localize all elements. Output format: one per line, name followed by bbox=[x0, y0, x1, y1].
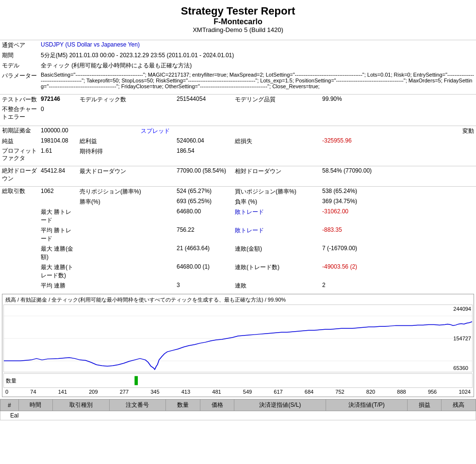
total-trades-label: 総取引数 bbox=[0, 187, 39, 197]
max-consec-loss-value: 7 (-16709.00) bbox=[320, 244, 476, 262]
col-time: 時間 bbox=[18, 400, 53, 411]
gross-profit-label: 総利益 bbox=[78, 136, 175, 146]
loss-rate-value: 369 (34.75%) bbox=[320, 197, 476, 207]
max-consec-win-label: 最大 連勝(金額) bbox=[39, 244, 78, 262]
avg-loss-label: 敗トレード bbox=[233, 225, 320, 244]
x-axis-labels: 0 74 141 209 277 345 413 481 549 617 684… bbox=[3, 388, 473, 396]
max-drawdown-value: 77090.00 (58.54%) bbox=[175, 166, 233, 184]
loss-rate-label: 負率 (%) bbox=[233, 197, 320, 207]
expected-payoff-value: 186.54 bbox=[175, 146, 233, 163]
max-consec-loss2-label: 連敗(トレード数) bbox=[233, 262, 320, 281]
profit-row: 純益 198104.08 総利益 524060.04 総損失 -325955.9… bbox=[0, 136, 476, 146]
volume-wrapper: 数量 bbox=[3, 373, 473, 388]
net-profit-label: 純益 bbox=[0, 136, 39, 146]
currency-pair-row: 通貨ペア USDJPY (US Dollar vs Japanese Yen) bbox=[0, 40, 476, 51]
drawdown-row: 絶対ドローダウン 45412.84 最大ドローダウン 77090.00 (58.… bbox=[0, 166, 476, 184]
sell-pos-label: 売りポジション(勝率%) bbox=[78, 187, 175, 197]
col-sl: 決済逆指値(S/L) bbox=[234, 400, 326, 411]
stats-table: テストバー数 972146 モデルティック数 251544054 モデリング品質… bbox=[0, 94, 476, 291]
gross-profit-value: 524060.04 bbox=[175, 136, 233, 146]
max-consec-profit-value: 64680.00 (1) bbox=[175, 262, 233, 281]
avg-loss-value: -883.35 bbox=[320, 225, 476, 244]
max-consec-profit-label: 最大 連勝(トレード数) bbox=[39, 262, 78, 281]
avg-consec-loss-value: 2 bbox=[320, 281, 476, 291]
report-header: Strategy Tester Report F-Montecarlo XMTr… bbox=[0, 0, 476, 36]
volume-chart-svg bbox=[4, 374, 472, 387]
max-consec-loss2-value: -49003.56 (2) bbox=[320, 262, 476, 281]
period-value: 5分足(M5) 2011.01.03 00:00 - 2023.12.29 23… bbox=[39, 50, 476, 61]
col-tp: 決済指値(T/P) bbox=[326, 400, 407, 411]
model-value: 全ティック (利用可能な最小時間枠による最も正確な方法) bbox=[39, 61, 476, 71]
footer-row: Eal bbox=[0, 411, 476, 420]
info-table: 通貨ペア USDJPY (US Dollar vs Japanese Yen) … bbox=[0, 40, 476, 90]
buy-pos-value: 538 (65.24%) bbox=[320, 187, 476, 197]
modeling-quality-value: 99.90% bbox=[320, 95, 476, 105]
rel-drawdown-label: 相対ドローダウン bbox=[233, 166, 320, 184]
col-hash: # bbox=[0, 400, 19, 411]
chart-container: 残高 / 有効証拠金 / 全ティック(利用可能な最小時間枠を使いすべてのティック… bbox=[2, 294, 474, 397]
avg-consec-win-value: 3 bbox=[175, 281, 233, 291]
consec-amount-row: 最大 連勝(金額) 21 (4663.64) 連敗(金額) 7 (-16709.… bbox=[0, 244, 476, 262]
avg-consec-loss-label: 連敗 bbox=[233, 281, 320, 291]
max-consec-loss-label: 連敗(金額) bbox=[233, 244, 320, 262]
avg-trade-row: 平均 勝トレード 756.22 敗トレード -883.35 bbox=[0, 225, 476, 244]
spread-label: スプレッド bbox=[78, 126, 233, 136]
max-consec-win-value: 21 (4663.64) bbox=[175, 244, 233, 262]
gross-loss-label: 総損失 bbox=[233, 136, 320, 146]
model-row: モデル 全ティック (利用可能な最小時間枠による最も正確な方法) bbox=[0, 61, 476, 71]
currency-pair-value: USDJPY (US Dollar vs Japanese Yen) bbox=[39, 40, 476, 51]
avg-win-label: 平均 勝トレード bbox=[39, 225, 78, 244]
volume-label: 数量 bbox=[6, 377, 16, 384]
params-value: BasicSetting="--------------------------… bbox=[39, 71, 476, 90]
main-chart-wrapper: 244094 154727 65360 bbox=[3, 304, 473, 372]
period-row: 期間 5分足(M5) 2011.01.03 00:00 - 2023.12.29… bbox=[0, 50, 476, 61]
report-build: XMTrading-Demo 5 (Build 1420) bbox=[0, 26, 476, 33]
expected-payoff-label: 期待利得 bbox=[78, 146, 175, 163]
chart-y-labels: 244094 154727 65360 bbox=[453, 305, 471, 372]
y-label-low: 65360 bbox=[453, 365, 471, 371]
total-trades-value: 1062 bbox=[39, 187, 78, 197]
bottom-table-header-row: # 時間 取引種別 注文番号 数量 価格 決済逆指値(S/L) 決済指値(T/P… bbox=[0, 400, 476, 411]
y-label-high: 244094 bbox=[453, 306, 471, 312]
consec-trades-row: 最大 連勝(トレード数) 64680.00 (1) 連敗(トレード数) -490… bbox=[0, 262, 476, 281]
report-subtitle: F-Montecarlo bbox=[0, 17, 476, 26]
model-label: モデル bbox=[0, 61, 39, 71]
max-loss-value: -31062.00 bbox=[320, 207, 476, 225]
col-price: 価格 bbox=[200, 400, 234, 411]
model-tick-value: 251544054 bbox=[175, 95, 233, 105]
col-trade-type: 取引種別 bbox=[53, 400, 109, 411]
bottom-table: # 時間 取引種別 注文番号 数量 価格 決済逆指値(S/L) 決済指値(T/P… bbox=[0, 399, 476, 420]
profit-factor-value: 1.61 bbox=[39, 146, 78, 163]
win-rate-label: 勝率(%) bbox=[78, 197, 175, 207]
test-bar-label: テストバー数 bbox=[0, 95, 39, 105]
col-balance: 残高 bbox=[442, 400, 476, 411]
gross-loss-value: -325955.96 bbox=[320, 136, 476, 146]
net-profit-value: 198104.08 bbox=[39, 136, 78, 146]
period-label: 期間 bbox=[0, 50, 39, 61]
chart-label: 残高 / 有効証拠金 / 全ティック(利用可能な最小時間枠を使いすべてのティック… bbox=[3, 296, 473, 304]
test-bar-row: テストバー数 972146 モデルティック数 251544054 モデリング品質… bbox=[0, 95, 476, 105]
model-tick-label: モデルティック数 bbox=[78, 95, 175, 105]
initial-deposit-value: 100000.00 bbox=[39, 126, 78, 136]
abs-drawdown-value: 45412.84 bbox=[39, 166, 78, 184]
trades-row: 総取引数 1062 売りポジション(勝率%) 524 (65.27%) 買いポジ… bbox=[0, 187, 476, 197]
params-row: パラメーター BasicSetting="-------------------… bbox=[0, 71, 476, 90]
max-loss-label: 敗トレード bbox=[233, 207, 320, 225]
abs-drawdown-label: 絶対ドローダウン bbox=[0, 166, 39, 184]
buy-pos-label: 買いポジション(勝率%) bbox=[233, 187, 320, 197]
svg-rect-3 bbox=[134, 376, 138, 385]
max-win-label: 最大 勝トレード bbox=[39, 207, 78, 225]
avg-consec-win-label: 平均 連勝 bbox=[39, 281, 78, 291]
spread-value: 変動 bbox=[233, 126, 476, 136]
deposit-row: 初期証拠金 100000.00 スプレッド 変動 bbox=[0, 126, 476, 136]
avg-win-value: 756.22 bbox=[175, 225, 233, 244]
max-drawdown-label: 最大ドローダウン bbox=[78, 166, 175, 184]
rel-drawdown-value: 58.54% (77090.00) bbox=[320, 166, 476, 184]
max-win-value: 64680.00 bbox=[175, 207, 233, 225]
initial-deposit-label: 初期証拠金 bbox=[0, 126, 39, 136]
footer-text: Eal bbox=[10, 412, 18, 419]
avg-consec-row: 平均 連勝 3 連敗 2 bbox=[0, 281, 476, 291]
y-label-mid: 154727 bbox=[453, 336, 471, 341]
pf-row: プロフィットファクタ 1.61 期待利得 186.54 bbox=[0, 146, 476, 163]
sell-pos-value: 524 (65.27%) bbox=[175, 187, 233, 197]
